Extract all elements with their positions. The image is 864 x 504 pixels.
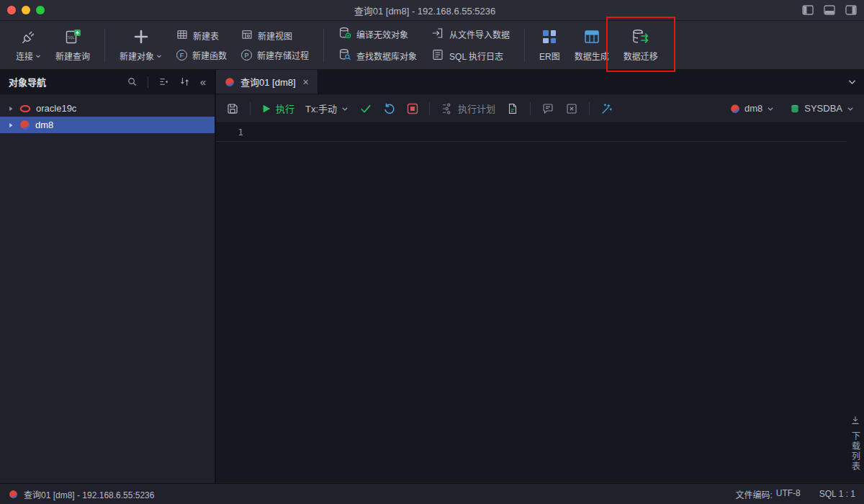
- panel-bottom-icon[interactable]: [824, 5, 835, 15]
- right-rail: 下载列表: [847, 123, 864, 483]
- cursor-position[interactable]: SQL 1 : 1: [819, 489, 855, 499]
- data-generation-icon: [583, 28, 600, 45]
- new-procedure-label: 新建存储过程: [257, 49, 309, 61]
- stop-icon[interactable]: [407, 103, 418, 114]
- window-body: 对象导航 « oracle19c: [0, 70, 864, 483]
- new-function-button[interactable]: F 新建函数: [176, 49, 227, 61]
- main-toolbar: 连接 SQL 新建查询 新建对象: [0, 21, 864, 70]
- exec-plan-icon: [441, 102, 454, 115]
- tab-list-chevron-icon[interactable]: [847, 77, 857, 86]
- new-object-label: 新建对象: [120, 50, 154, 62]
- rollback-icon[interactable]: [383, 102, 396, 115]
- tree-item-oracle19c[interactable]: oracle19c: [0, 100, 215, 117]
- editor-area: 1 下载列表: [216, 123, 864, 483]
- db-tools-col2: 从文件导入数据 SQL 执行日志: [424, 27, 517, 63]
- panel-left-icon[interactable]: [802, 5, 814, 15]
- uncomment-icon[interactable]: [565, 102, 578, 115]
- sidebar-header-divider: [148, 76, 148, 88]
- import-from-file-button[interactable]: 从文件导入数据: [431, 27, 510, 42]
- new-query-button[interactable]: SQL 新建查询: [48, 25, 97, 65]
- download-list-button[interactable]: 下载列表: [850, 431, 862, 472]
- dm8-db-icon: [9, 490, 18, 499]
- chevron-down-icon: [35, 53, 41, 59]
- close-window-button[interactable]: [7, 6, 16, 14]
- new-view-label: 新建视图: [258, 30, 292, 42]
- connect-button[interactable]: 连接: [9, 25, 48, 65]
- sql-log-button[interactable]: SQL 执行日志: [431, 48, 510, 63]
- tab-query01[interactable]: 查询01 [dm8] ×: [216, 70, 318, 94]
- data-migration-icon: [631, 28, 650, 45]
- compile-invalid-button[interactable]: 编译无效对象: [338, 27, 417, 42]
- window-title: 查询01 [dm8] - 192.168.6.55:5236: [72, 4, 778, 17]
- tree-expand-icon[interactable]: [7, 105, 14, 112]
- new-view-icon: [241, 29, 253, 42]
- beautify-sql-icon[interactable]: [600, 102, 613, 115]
- format-sql-icon[interactable]: [506, 102, 519, 115]
- tab-bar: 查询01 [dm8] ×: [216, 70, 864, 94]
- exec-plan-button[interactable]: 执行计划: [441, 102, 495, 115]
- minimize-window-button[interactable]: [22, 6, 30, 14]
- exec-plan-label: 执行计划: [458, 102, 495, 115]
- run-button[interactable]: 执行: [261, 102, 294, 115]
- new-table-button[interactable]: 新建表: [176, 29, 227, 42]
- toolbar-divider: [323, 29, 324, 62]
- tab-close-icon[interactable]: ×: [303, 76, 309, 88]
- chevron-down-icon: [847, 105, 854, 112]
- new-procedure-button[interactable]: P 新建存储过程: [241, 49, 309, 61]
- commit-icon[interactable]: [359, 102, 372, 115]
- new-table-icon: [176, 29, 188, 42]
- new-object-shortcuts-col1: 新建表 F 新建函数: [169, 29, 234, 61]
- new-view-button[interactable]: 新建视图: [241, 29, 309, 42]
- find-db-object-button[interactable]: 查找数据库对象: [338, 48, 417, 63]
- sql-editor[interactable]: 1: [216, 123, 847, 483]
- data-generation-button[interactable]: 数据生成: [567, 25, 616, 65]
- file-encoding-label: 文件编码:: [735, 488, 772, 500]
- tx-mode-dropdown[interactable]: Tx:手动: [305, 102, 348, 115]
- er-diagram-button[interactable]: ER图: [532, 25, 567, 65]
- compile-invalid-label: 编译无效对象: [356, 28, 408, 40]
- new-function-icon: F: [176, 50, 187, 60]
- save-icon[interactable]: [226, 102, 239, 115]
- editor-toolbar-divider: [589, 102, 590, 115]
- collapse-sidebar-icon[interactable]: «: [200, 76, 206, 87]
- app-window: 查询01 [dm8] - 192.168.6.55:5236 连接: [0, 0, 864, 504]
- tree-item-dm8[interactable]: dm8: [0, 117, 215, 133]
- new-function-label: 新建函数: [192, 49, 227, 61]
- editor-toolbar-divider: [530, 102, 531, 115]
- schema-selector[interactable]: SYSDBA: [790, 103, 854, 114]
- database-selector[interactable]: dm8: [730, 103, 774, 114]
- import-from-file-label: 从文件导入数据: [449, 28, 510, 40]
- chevron-down-icon: [156, 53, 162, 59]
- title-bar: 查询01 [dm8] - 192.168.6.55:5236: [0, 0, 864, 21]
- run-icon: [261, 104, 271, 114]
- data-migration-button[interactable]: 数据迁移: [616, 25, 665, 65]
- editor-toolbar-divider: [429, 102, 430, 115]
- find-db-object-icon: [338, 48, 351, 63]
- traffic-lights: [7, 6, 72, 14]
- new-object-button[interactable]: 新建对象: [112, 25, 169, 65]
- status-connection-text: 查询01 [dm8] - 192.168.6.55:5236: [24, 488, 154, 500]
- connect-label: 连接: [16, 50, 33, 62]
- dm8-db-icon: [19, 120, 30, 130]
- status-bar-right: 文件编码: UTF-8 SQL 1 : 1: [735, 488, 855, 500]
- download-icon[interactable]: [850, 415, 860, 426]
- file-encoding[interactable]: 文件编码: UTF-8: [735, 488, 800, 500]
- panel-right-icon[interactable]: [845, 5, 857, 15]
- er-diagram-icon: [541, 28, 558, 45]
- er-diagram-label: ER图: [539, 50, 560, 62]
- dm8-db-icon: [730, 104, 740, 114]
- comment-icon[interactable]: [541, 102, 554, 115]
- zoom-window-button[interactable]: [36, 6, 45, 14]
- compile-invalid-icon: [338, 27, 351, 42]
- search-icon[interactable]: [127, 76, 138, 87]
- file-encoding-value: UTF-8: [776, 488, 801, 500]
- connect-icon: [21, 28, 37, 45]
- expand-collapse-all-icon[interactable]: [179, 76, 190, 87]
- status-bar: 查询01 [dm8] - 192.168.6.55:5236 文件编码: UTF…: [0, 483, 864, 504]
- editor-current-line[interactable]: 1: [216, 123, 847, 142]
- locate-object-icon[interactable]: [158, 76, 169, 87]
- database-selector-label: dm8: [744, 103, 762, 114]
- sql-log-label: SQL 执行日志: [449, 50, 503, 62]
- tree-expand-icon[interactable]: [7, 122, 14, 129]
- oracle-db-icon: [19, 104, 31, 113]
